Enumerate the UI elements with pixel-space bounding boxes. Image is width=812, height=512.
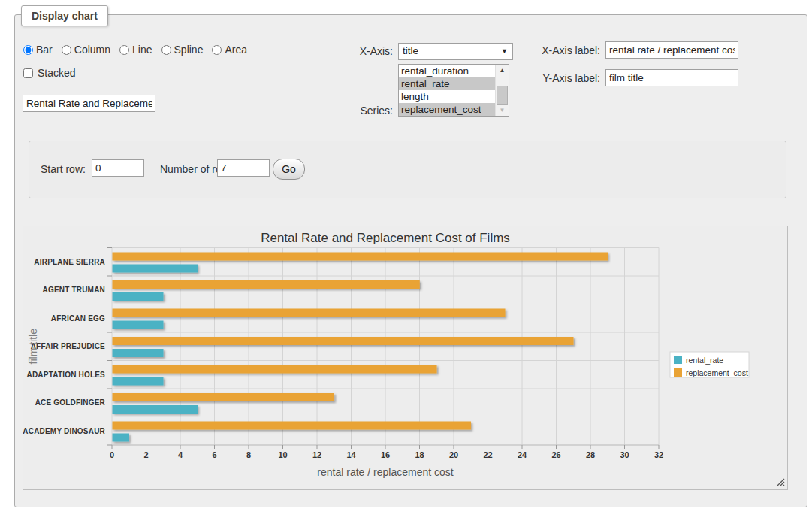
bar-rental_rate[interactable]: [113, 405, 198, 414]
legend-item-rental_rate[interactable]: rental_rate: [674, 356, 723, 365]
x-tick-label: 22: [483, 450, 492, 459]
chart-type-radio-area[interactable]: [212, 45, 222, 55]
y-axis-label-input[interactable]: [605, 69, 738, 86]
x-tick-label: 26: [551, 450, 560, 459]
bar-replacement_cost[interactable]: [113, 280, 420, 289]
x-tick-label: 0: [110, 450, 114, 459]
chart-type-option-bar[interactable]: Bar: [23, 44, 53, 56]
category-label: AFFAIR PREJUDICE: [31, 342, 105, 350]
bar-rental_rate[interactable]: [113, 321, 164, 329]
x-tick-label: 4: [178, 450, 183, 459]
bar-rental_rate[interactable]: [113, 349, 164, 357]
start-row-label: Start row:: [41, 163, 86, 175]
bar-replacement_cost[interactable]: [113, 253, 608, 261]
category-label: AIRPLANE SIERRA: [34, 258, 105, 266]
x-tick-label: 8: [246, 450, 251, 459]
chart-type-radio-label: Bar: [36, 44, 53, 56]
bar-replacement_cost[interactable]: [113, 393, 335, 401]
x-axis-label: X-Axis:: [300, 45, 393, 57]
stacked-label: Stacked: [38, 67, 76, 79]
panel-title: Display chart: [21, 5, 108, 26]
y-axis-label-field-label: Y-Axis label:: [488, 72, 600, 84]
chart-type-option-area[interactable]: Area: [212, 44, 247, 56]
x-tick-label: 16: [381, 450, 390, 459]
legend-label: replacement_cost: [686, 368, 748, 377]
x-tick-label: 18: [415, 450, 424, 459]
x-tick-label: 24: [518, 450, 527, 459]
x-tick-label: 6: [212, 450, 216, 459]
series-label: Series:: [300, 105, 393, 117]
chart-type-radio-bar[interactable]: [23, 45, 33, 55]
series-option-rental_duration[interactable]: rental_duration: [399, 65, 495, 77]
legend-swatch: [674, 356, 682, 364]
resize-grip-icon[interactable]: [776, 478, 785, 487]
x-tick-label: 14: [346, 450, 356, 459]
bar-rental_rate[interactable]: [113, 265, 198, 273]
y-axis-title: film title: [27, 329, 39, 365]
legend-label: rental_rate: [686, 356, 723, 365]
chart-type-radio-group: BarColumnLineSplineArea: [23, 44, 253, 56]
chart-type-radio-column[interactable]: [62, 45, 71, 55]
x-tick-label: 32: [654, 450, 663, 459]
category-label: AGENT TRUMAN: [42, 286, 105, 294]
num-rows-input[interactable]: [217, 159, 270, 177]
x-tick-label: 10: [278, 450, 287, 459]
x-axis-select-value: title: [403, 45, 418, 56]
scrollbar-thumb[interactable]: [497, 86, 508, 105]
stacked-checkbox-row[interactable]: Stacked: [23, 67, 76, 79]
stacked-checkbox[interactable]: [23, 68, 33, 78]
bar-rental_rate[interactable]: [113, 292, 164, 301]
chart-type-option-column[interactable]: Column: [62, 44, 110, 56]
x-tick-label: 12: [312, 450, 321, 459]
x-axis-label-field-label: X-Axis label:: [488, 44, 600, 56]
bar-rental_rate[interactable]: [113, 377, 164, 386]
x-tick-label: 2: [143, 450, 148, 459]
chart-type-radio-spline[interactable]: [161, 45, 171, 55]
series-options: rental_durationrental_ratelengthreplacem…: [399, 65, 495, 116]
chart-type-option-spline[interactable]: Spline: [161, 44, 204, 56]
category-label: AFRICAN EGG: [51, 314, 105, 323]
start-row-input[interactable]: [92, 159, 144, 177]
bar-rental_rate[interactable]: [113, 434, 130, 442]
chart-type-radio-label: Spline: [174, 44, 204, 56]
x-tick-label: 28: [586, 450, 595, 459]
chart-type-option-line[interactable]: Line: [119, 44, 152, 56]
chart-type-radio-label: Area: [225, 44, 247, 56]
chart-type-radio-line[interactable]: [119, 45, 129, 55]
go-button[interactable]: Go: [273, 159, 305, 180]
series-option-length[interactable]: length: [399, 90, 495, 103]
chart: AIRPLANE SIERRAAGENT TRUMANAFRICAN EGGAF…: [23, 226, 787, 492]
chart-type-radio-label: Column: [74, 44, 110, 56]
chart-container: AIRPLANE SIERRAAGENT TRUMANAFRICAN EGGAF…: [23, 226, 788, 490]
bar-replacement_cost[interactable]: [113, 365, 437, 374]
chart-title: Rental Rate and Replacement Cost of Film…: [261, 231, 510, 245]
x-axis-label-input[interactable]: [605, 41, 738, 59]
bar-replacement_cost[interactable]: [113, 309, 506, 317]
chart-title-input[interactable]: [23, 95, 155, 112]
scroll-down-icon[interactable]: ▼: [496, 105, 509, 116]
category-label: ACE GOLDFINGER: [35, 398, 106, 407]
legend-swatch: [674, 368, 682, 377]
category-label: ADAPTATION HOLES: [27, 371, 106, 379]
series-option-replacement_cost[interactable]: replacement_cost: [399, 103, 495, 116]
category-label: ACADEMY DINOSAUR: [23, 427, 106, 435]
bar-replacement_cost[interactable]: [113, 422, 472, 430]
x-tick-label: 20: [449, 450, 458, 459]
series-option-rental_rate[interactable]: rental_rate: [399, 77, 495, 90]
x-axis-title: rental rate / replacement cost: [317, 466, 453, 478]
x-tick-label: 30: [620, 450, 629, 459]
chart-type-radio-label: Line: [132, 44, 152, 56]
bar-replacement_cost[interactable]: [113, 337, 574, 345]
